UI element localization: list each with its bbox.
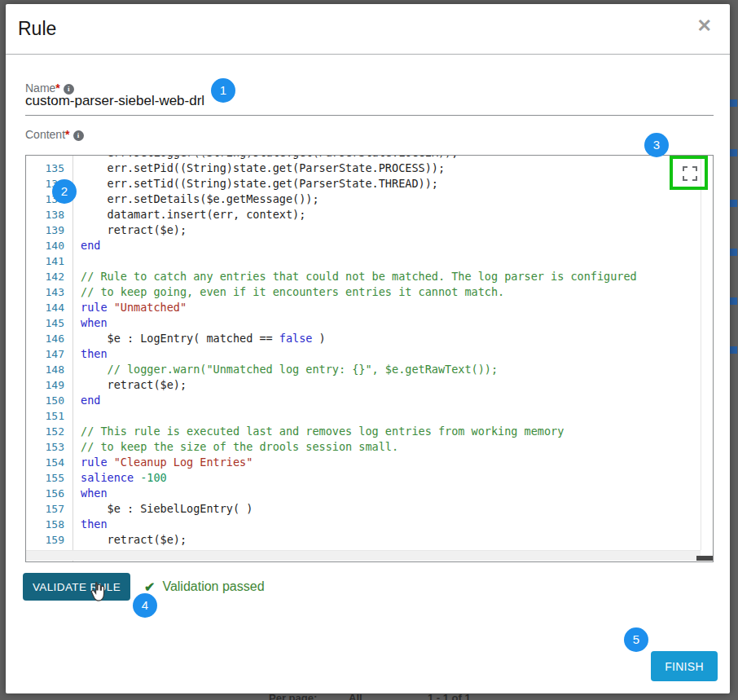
validate-rule-button[interactable]: VALIDATE RULE <box>23 573 130 601</box>
name-input[interactable]: custom-parser-siebel-web-drl <box>25 93 204 109</box>
content-field-label: Content*i <box>25 128 84 141</box>
code-line: 149 retract($e); <box>26 377 713 393</box>
background-icon-fragment <box>730 200 737 207</box>
code-line: 135 err.setPid((String)state.get(ParserS… <box>26 161 713 176</box>
background-icon-fragment <box>730 99 737 107</box>
code-line: 152// This rule is executed last and rem… <box>26 424 713 439</box>
code-line: 159 retract($e); <box>26 532 713 548</box>
code-line: 137 err.setDetails($e.getMessage()); <box>26 192 713 207</box>
content-code-editor[interactable]: err.setLogger((String)state.get(ParserSt… <box>25 155 714 562</box>
code-line: 141 <box>26 253 713 269</box>
code-line: 142// Rule to catch any entries that cou… <box>26 269 713 284</box>
finish-button[interactable]: FINISH <box>651 651 718 681</box>
annotation-highlight-box <box>670 156 708 190</box>
code-line: 153// to keep the size of the drools ses… <box>26 439 713 455</box>
code-line: 145when <box>26 315 713 331</box>
background-icon-fragment <box>730 346 737 354</box>
horizontal-scrollbar-track[interactable] <box>26 550 701 561</box>
background-icon-fragment <box>730 149 737 156</box>
code-line: 147then <box>26 346 713 362</box>
code-line: 156when <box>26 486 713 501</box>
code-line: 157 $e : SiebelLogEntry( ) <box>26 501 713 517</box>
code-line: 155salience -100 <box>26 470 713 486</box>
horizontal-scrollbar-thumb[interactable] <box>696 556 713 561</box>
code-line: 158then <box>26 517 713 532</box>
required-asterisk: * <box>65 128 69 141</box>
dialog-title: Rule <box>18 18 56 40</box>
code-line: 151 <box>26 408 713 424</box>
hand-cursor-icon <box>86 580 109 603</box>
code-line: 136 err.setTid((String)state.get(ParserS… <box>26 176 713 192</box>
code-line: 144rule "Unmatched" <box>26 300 713 315</box>
code-line: 148 // logger.warn("Unmatched log entry:… <box>26 362 713 377</box>
check-icon: ✔ <box>144 579 155 595</box>
code-line: 139 retract($e); <box>26 222 713 238</box>
annotation-step-3: 3 <box>644 133 669 157</box>
info-icon[interactable]: i <box>73 130 84 141</box>
annotation-step-2: 2 <box>52 179 77 204</box>
annotation-step-1: 1 <box>211 78 235 103</box>
code-line: 143// to keep going, even if it encounte… <box>26 284 713 300</box>
close-icon[interactable]: ✕ <box>697 17 712 35</box>
header-divider <box>6 54 730 55</box>
background-icon-fragment <box>730 297 737 305</box>
validation-status-text: Validation passed <box>162 579 264 594</box>
annotation-step-4: 4 <box>133 593 157 618</box>
code-line: 154rule "Cleanup Log Entries" <box>26 455 713 470</box>
name-input-underline <box>25 115 714 116</box>
annotation-step-5: 5 <box>624 627 648 652</box>
background-icon-fragment <box>730 249 737 256</box>
rule-dialog: Rule ✕ Name*i custom-parser-siebel-web-d… <box>6 4 730 693</box>
code-line: 138 datamart.insert(err, context); <box>26 207 713 222</box>
code-lines: 135 err.setPid((String)state.get(ParserS… <box>26 161 713 562</box>
code-line: 140end <box>26 238 713 253</box>
code-line: 150end <box>26 393 713 408</box>
code-line: 146 $e : LogEntry( matched == false ) <box>26 331 713 346</box>
validation-status: ✔ Validation passed <box>144 577 265 597</box>
screen: Per page: All 1 - 1 of 1 Rule ✕ Name*i c… <box>0 0 738 700</box>
vertical-scrollbar-track[interactable] <box>701 156 701 550</box>
